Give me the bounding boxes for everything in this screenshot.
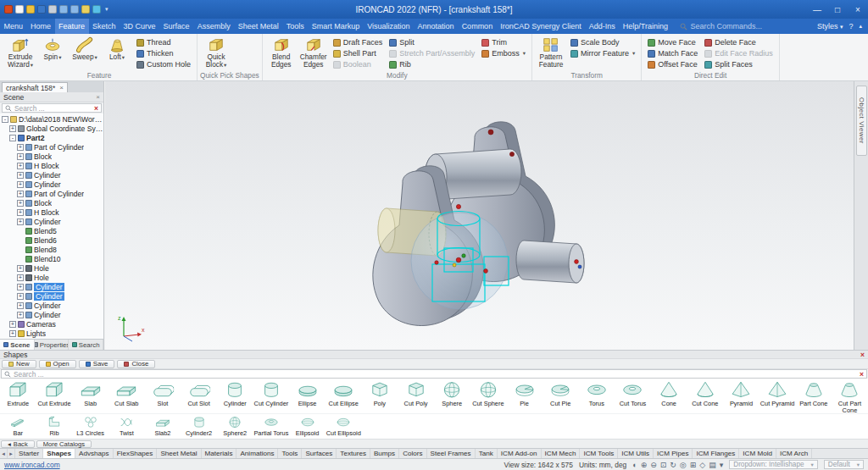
expand-icon[interactable]: + <box>17 153 24 160</box>
expand-icon[interactable]: - <box>2 116 8 123</box>
sweep-button[interactable]: Sweep▾ <box>69 35 101 71</box>
catalog-tab-icm-utils[interactable]: ICM Utils <box>618 449 654 458</box>
catalog-item-poly[interactable]: Poly <box>362 379 398 413</box>
catalog-tab-starter[interactable]: Starter <box>15 449 43 458</box>
catalog-tab-materials[interactable]: Materials <box>202 449 237 458</box>
zoom-fit-icon[interactable]: ⊡ <box>660 461 667 469</box>
shell-part-button[interactable]: Shell Part <box>331 48 385 58</box>
catalog-tab-icm-mold[interactable]: ICM Mold <box>739 449 776 458</box>
expand-icon[interactable]: + <box>9 321 16 328</box>
catalog-tab-icm-mech[interactable]: ICM Mech <box>542 449 581 458</box>
help-icon[interactable]: ? <box>849 22 853 30</box>
extrude-wizard-button[interactable]: Extrude Wizard▾ <box>4 35 36 71</box>
viewport-3d[interactable]: z x <box>105 81 854 350</box>
catalog-back-button[interactable]: ◂ Back <box>1 440 35 448</box>
catalog-item-cut-slab[interactable]: Cut Slab <box>108 379 145 413</box>
catalog-item-cut-cylinder[interactable]: Cut Cylinder <box>253 379 290 413</box>
tree-item-part2[interactable]: -Part2 <box>0 133 103 142</box>
tree-item-cylinder[interactable]: +Cylinder <box>0 291 103 301</box>
catalog-item-part-cone[interactable]: Part Cone <box>795 379 832 413</box>
catalog-item-cone[interactable]: Cone <box>651 379 687 413</box>
configuration-dropdown[interactable]: Default▾ <box>824 460 864 469</box>
tab-menu[interactable]: Menu <box>0 19 27 34</box>
expand-icon[interactable]: + <box>17 284 24 290</box>
collapse-ribbon-icon[interactable]: ▴ <box>859 23 862 30</box>
tree-item-cylinder[interactable]: +Cylinder <box>0 310 103 319</box>
scene-search-input[interactable]: Search ... × <box>2 103 102 113</box>
catalog-item-bar[interactable]: Bar <box>0 414 36 439</box>
new-catalog-button[interactable]: New <box>2 360 36 368</box>
wireframe-icon[interactable]: ▤ <box>709 461 716 469</box>
expand-icon[interactable]: + <box>17 274 24 281</box>
spin-button[interactable]: Spin▾ <box>36 35 69 71</box>
more-catalogs-button[interactable]: More Catalogs <box>36 440 92 448</box>
catalog-item-cut-part-cone[interactable]: Cut Part Cone <box>832 379 868 413</box>
tree-item-lights[interactable]: +Lights <box>0 329 103 338</box>
panel-tab-properties[interactable]: Properties <box>35 340 70 350</box>
print-icon[interactable] <box>48 5 57 14</box>
catalog-item-cut-extrude[interactable]: Cut Extrude <box>36 379 73 413</box>
mirror-feature-button[interactable]: Mirror Feature▾ <box>569 48 637 58</box>
handle-green[interactable] <box>462 254 465 257</box>
panel-tab-scene[interactable]: Scene <box>0 340 35 350</box>
tab-home[interactable]: Home <box>27 19 55 34</box>
split-faces-button[interactable]: Split Faces <box>703 59 775 69</box>
clear-search-icon[interactable]: × <box>860 370 864 379</box>
catalog-tab-bumps[interactable]: Bumps <box>370 449 399 458</box>
tree-item-part-of-cylinder[interactable]: +Part of Cylinder <box>0 189 103 198</box>
catalog-item-cut-torus[interactable]: Cut Torus <box>615 379 651 413</box>
save-catalog-button[interactable]: Save <box>79 360 115 368</box>
quick-block-button[interactable]: Quick Block▾ <box>200 35 232 71</box>
tab-sketch[interactable]: Sketch <box>89 19 120 34</box>
catalog-item-ellipsoid[interactable]: Ellipsoid <box>289 414 326 439</box>
tree-item-hole[interactable]: +Hole <box>0 273 103 282</box>
catalog-item-cut-cone[interactable]: Cut Cone <box>687 379 723 413</box>
clear-search-icon[interactable]: × <box>94 104 98 113</box>
catalog-tab-icm-flanges[interactable]: ICM Flanges <box>693 449 739 458</box>
expand-icon[interactable]: + <box>17 191 24 197</box>
handle-yellow[interactable] <box>453 263 456 267</box>
catalog-tab-icm-tools[interactable]: ICM Tools <box>580 449 618 458</box>
ironcad-website-link[interactable]: www.ironcad.com <box>4 461 60 469</box>
catalog-item-rib[interactable]: Rib <box>36 414 73 439</box>
catalog-item-slab2[interactable]: Slab2 <box>145 414 181 439</box>
render-mode-icon[interactable]: ◐ <box>632 461 637 469</box>
tab-surface[interactable]: Surface <box>159 19 193 34</box>
tree-item-blend5[interactable]: Blend5 <box>0 226 103 235</box>
tree-item-cameras[interactable]: +Cameras <box>0 319 103 329</box>
catalog-tab-sheet-metal[interactable]: Sheet Metal <box>157 449 201 458</box>
close-button[interactable]: × <box>848 0 868 19</box>
expand-icon[interactable]: + <box>17 200 24 207</box>
catalog-item-cut-pie[interactable]: Cut Pie <box>542 379 579 413</box>
close-document-icon[interactable]: × <box>59 84 64 91</box>
catalog-tab-icm-add-on[interactable]: ICM Add-on <box>498 449 542 458</box>
catalog-item-pie[interactable]: Pie <box>506 379 542 413</box>
scroll-tabs-left-icon[interactable]: ◂ <box>0 449 8 458</box>
panel-tab-search[interactable]: Search <box>69 340 103 350</box>
catalog-item-cylinder[interactable]: Cylinder <box>217 379 253 413</box>
catalog-tab-tank[interactable]: Tank <box>476 449 498 458</box>
expand-icon[interactable]: + <box>9 125 16 132</box>
delete-face-button[interactable]: Delete Face <box>703 37 775 47</box>
maximize-button[interactable]: □ <box>827 0 848 19</box>
catalog-tab-textures[interactable]: Textures <box>337 449 370 458</box>
undo-icon[interactable] <box>59 5 68 14</box>
tree-item-cylinder[interactable]: +Cylinder <box>0 282 103 291</box>
blend-edges-button[interactable]: Blend Edges <box>265 35 298 71</box>
expand-icon[interactable]: + <box>17 293 24 300</box>
tab-assembly[interactable]: Assembly <box>193 19 234 34</box>
tree-item-cylinder[interactable]: +Cylinder <box>0 180 103 189</box>
loft-button[interactable]: Loft▾ <box>101 35 133 71</box>
tree-item-cylinder[interactable]: +Cylinder <box>0 301 103 310</box>
catalog-tab-flexshapes[interactable]: FlexShapes <box>114 449 158 458</box>
expand-icon[interactable]: + <box>17 265 24 272</box>
catalog-item-partial-torus[interactable]: Partial Torus <box>253 414 290 439</box>
expand-icon[interactable]: + <box>17 181 24 188</box>
expand-icon[interactable]: + <box>17 163 24 169</box>
close-catalog-button[interactable]: Close <box>117 360 155 368</box>
expand-icon[interactable]: + <box>9 330 16 337</box>
catalog-item-cut-sphere[interactable]: Cut Sphere <box>470 379 507 413</box>
expand-icon[interactable]: + <box>17 218 24 225</box>
tree-item-h-block[interactable]: +H Block <box>0 207 103 217</box>
catalog-tab-tools[interactable]: Tools <box>278 449 302 458</box>
